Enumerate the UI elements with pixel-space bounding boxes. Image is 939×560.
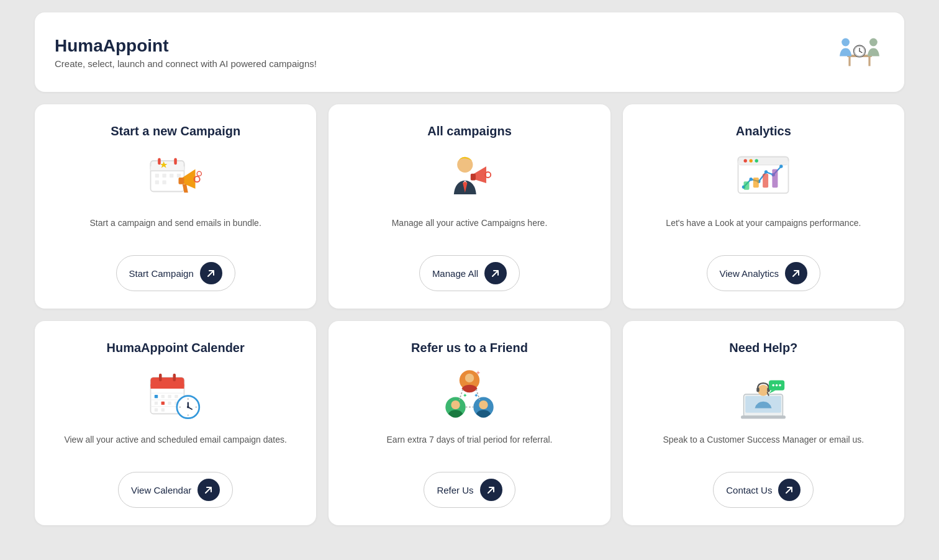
svg-rect-54 [154, 395, 157, 398]
svg-text:✦: ✦ [463, 392, 468, 399]
analytics-icon-svg [735, 150, 791, 205]
svg-rect-55 [161, 395, 164, 398]
svg-rect-44 [763, 174, 768, 188]
card-all-campaigns: All campaigns [329, 104, 610, 309]
svg-point-39 [764, 170, 768, 173]
card-title-calendar: HumaAppoint Calender [107, 341, 245, 355]
svg-rect-2 [868, 57, 870, 66]
view-calendar-button[interactable]: View Calendar [118, 472, 233, 508]
analytics-icon [732, 150, 794, 205]
manage-all-label: Manage All [432, 268, 478, 279]
app-subtitle: Create, select, launch and connect with … [55, 58, 317, 69]
svg-rect-59 [161, 402, 164, 405]
svg-rect-11 [150, 166, 184, 171]
start-campaign-arrow [200, 262, 222, 284]
refer-us-arrow [480, 479, 502, 501]
svg-rect-19 [155, 181, 158, 184]
card-start-campaign: Start a new Campaign [35, 104, 316, 309]
svg-rect-20 [162, 181, 166, 184]
svg-point-37 [750, 178, 753, 181]
card-title-start-campaign: Start a new Campaign [111, 124, 240, 138]
svg-rect-18 [176, 174, 180, 178]
svg-rect-42 [744, 181, 750, 190]
svg-point-74 [465, 374, 474, 382]
svg-rect-43 [753, 178, 759, 187]
svg-rect-17 [170, 174, 173, 178]
campaign-icon [145, 150, 207, 205]
card-desc-calendar: View all your active and scheduled email… [64, 433, 287, 458]
view-analytics-arrow [785, 262, 807, 284]
svg-point-41 [779, 165, 782, 168]
svg-rect-89 [757, 387, 760, 392]
arrow-icon [791, 268, 801, 278]
svg-point-95 [776, 384, 778, 387]
header-text: HumaAppoint Create, select, launch and c… [55, 36, 317, 69]
svg-point-96 [779, 384, 782, 387]
card-help: Need Help? [623, 321, 904, 525]
svg-point-94 [773, 384, 775, 387]
svg-rect-15 [155, 174, 158, 178]
arrow-icon [486, 485, 496, 495]
svg-rect-57 [175, 395, 178, 398]
card-title-analytics: Analytics [736, 124, 791, 138]
manage-all-arrow [484, 262, 507, 284]
view-analytics-label: View Analytics [720, 268, 779, 279]
svg-rect-49 [159, 374, 162, 382]
card-desc-start-campaign: Start a campaign and send emails in bund… [90, 217, 261, 242]
svg-rect-63 [161, 409, 164, 412]
meeting-icon [835, 27, 884, 72]
arrow-icon [491, 268, 501, 278]
svg-rect-56 [168, 395, 171, 398]
svg-rect-50 [173, 374, 176, 382]
manage-all-button[interactable]: Manage All [419, 255, 520, 291]
start-campaign-button[interactable]: Start Campaign [116, 255, 235, 291]
svg-point-68 [187, 406, 189, 409]
card-title-all-campaigns: All campaigns [427, 124, 512, 138]
help-icon [732, 366, 794, 422]
card-analytics: Analytics [623, 104, 904, 309]
view-calendar-arrow [197, 479, 220, 501]
card-desc-analytics: Let's have a Look at your campaigns perf… [666, 217, 861, 242]
svg-point-79 [479, 400, 488, 409]
svg-point-35 [755, 159, 758, 162]
svg-rect-48 [150, 384, 184, 389]
svg-point-24 [197, 171, 201, 176]
svg-rect-28 [471, 174, 476, 181]
card-grid: Start a new Campaign [35, 104, 904, 525]
svg-rect-87 [741, 415, 786, 418]
card-desc-help: Speak to a Customer Success Manager or e… [663, 433, 864, 458]
campaign-icon-svg [148, 150, 204, 205]
view-analytics-button[interactable]: View Analytics [707, 255, 821, 291]
start-campaign-label: Start Campaign [129, 268, 194, 279]
card-title-help: Need Help? [729, 341, 797, 355]
refer-icon: + ✦ ✦ [438, 366, 501, 422]
refer-us-button[interactable]: Refer Us [424, 472, 515, 508]
svg-rect-60 [168, 402, 171, 405]
card-title-refer: Refer us to a Friend [411, 341, 528, 355]
arrow-icon [206, 268, 216, 278]
svg-point-8 [869, 38, 878, 47]
contact-us-arrow [778, 479, 801, 501]
all-campaigns-icon-svg [442, 150, 497, 205]
card-desc-refer: Earn extra 7 days of trial period for re… [387, 433, 553, 458]
card-desc-all-campaigns: Manage all your active Campaigns here. [392, 217, 548, 242]
svg-text:+: + [476, 369, 480, 376]
contact-us-button[interactable]: Contact Us [713, 472, 814, 508]
svg-rect-13 [158, 158, 161, 165]
all-campaigns-icon [438, 150, 501, 205]
svg-point-77 [451, 400, 460, 409]
svg-rect-16 [162, 174, 166, 178]
view-calendar-label: View Calendar [131, 485, 191, 495]
svg-rect-58 [154, 402, 157, 405]
svg-rect-62 [154, 409, 157, 412]
arrow-icon [784, 485, 794, 495]
card-calendar: HumaAppoint Calender [35, 321, 316, 525]
page-wrapper: HumaAppoint Create, select, launch and c… [35, 12, 904, 525]
card-refer: Refer us to a Friend + [329, 321, 610, 525]
svg-point-34 [750, 159, 753, 162]
refer-us-label: Refer Us [437, 485, 473, 495]
header-illustration [835, 27, 884, 77]
svg-rect-14 [174, 158, 177, 165]
calendar-icon [145, 366, 207, 422]
svg-rect-1 [848, 57, 850, 66]
